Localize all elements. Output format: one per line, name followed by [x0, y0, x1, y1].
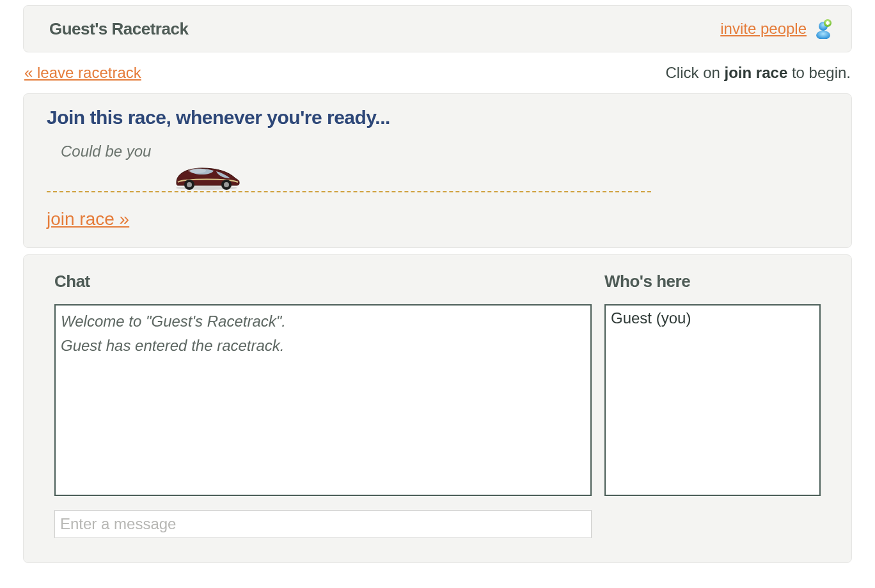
who-item: Guest (you) — [611, 309, 814, 327]
svg-rect-4 — [826, 22, 830, 24]
race-panel: Join this race, whenever you're ready...… — [23, 93, 852, 248]
mid-row: « leave racetrack Click on join race to … — [23, 52, 852, 93]
chat-heading: Chat — [54, 272, 592, 291]
chat-log: Welcome to "Guest's Racetrack". Guest ha… — [54, 304, 592, 496]
hint-bold: join race — [725, 64, 788, 81]
chat-message: Guest has entered the racetrack. — [61, 334, 585, 358]
car-row — [171, 163, 828, 190]
who-list: Guest (you) — [604, 304, 821, 496]
invite-people-link[interactable]: invite people — [720, 20, 807, 38]
header-panel: Guest's Racetrack invite people — [23, 5, 852, 52]
leave-racetrack-link[interactable]: « leave racetrack — [24, 64, 141, 82]
add-user-icon — [812, 19, 832, 39]
car-icon — [171, 163, 828, 190]
chat-message: Welcome to "Guest's Racetrack". — [61, 309, 585, 334]
svg-point-7 — [187, 182, 192, 187]
chat-panel: Chat Welcome to "Guest's Racetrack". Gue… — [23, 254, 852, 563]
join-race-link[interactable]: join race » — [47, 209, 129, 229]
who-heading: Who's here — [604, 272, 821, 291]
chat-input[interactable] — [54, 510, 592, 538]
svg-point-1 — [816, 31, 830, 39]
who-column: Who's here Guest (you) — [604, 272, 821, 538]
race-heading: Join this race, whenever you're ready... — [47, 107, 828, 128]
page-title: Guest's Racetrack — [49, 19, 188, 39]
invite-people-wrap: invite people — [720, 19, 832, 39]
track-divider — [47, 191, 651, 192]
hint-suffix: to begin. — [787, 64, 851, 81]
hint-text: Click on join race to begin. — [666, 64, 851, 82]
chat-column: Chat Welcome to "Guest's Racetrack". Gue… — [54, 272, 592, 538]
svg-point-10 — [188, 168, 206, 173]
racer-placeholder-label: Could be you — [61, 143, 828, 160]
svg-point-9 — [224, 182, 229, 187]
hint-prefix: Click on — [666, 64, 725, 81]
